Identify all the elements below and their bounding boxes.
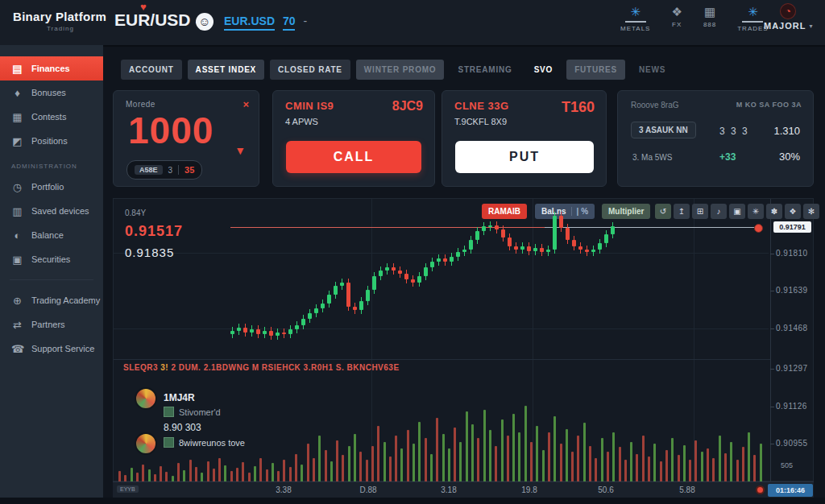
- volume-bar: [425, 438, 427, 482]
- volume-series: [118, 378, 769, 482]
- sidebar-item-portfolio[interactable]: ◷Portfolio: [0, 175, 103, 199]
- put-button[interactable]: PUT: [455, 141, 594, 173]
- stats-pill[interactable]: 3 ASAUK NN: [631, 122, 696, 138]
- candle: [591, 250, 595, 253]
- stats-row1-value: 1.310: [773, 125, 800, 137]
- candle: [469, 240, 473, 249]
- candle: [288, 329, 292, 334]
- candle: [443, 258, 447, 262]
- tool-panel-icon[interactable]: ▣: [729, 204, 745, 219]
- volume-bar: [448, 448, 450, 482]
- sidebar-item-partners[interactable]: ⇄Partners: [0, 312, 103, 337]
- volume-bar: [471, 424, 474, 482]
- tool-refresh-icon[interactable]: ↺: [655, 204, 671, 219]
- pair-link-number: 70: [283, 14, 296, 31]
- pair-link[interactable]: EUR.USD 70 -: [224, 14, 307, 27]
- tool-star-icon[interactable]: ✻: [803, 204, 819, 219]
- time-axis[interactable]: EYYB 3.38D.883.1819.850.65.88 01:16:46: [113, 481, 814, 498]
- stepper-step[interactable]: 35: [184, 165, 194, 175]
- tab-closed-rate[interactable]: Closed Rate: [270, 60, 350, 80]
- candle: [501, 229, 505, 237]
- top-header: Binary Platform Trading ♥ EUR/USD- ☺ EUR…: [0, 0, 825, 47]
- volume-bar: [671, 438, 674, 482]
- candle: [359, 301, 363, 310]
- tab-account[interactable]: Account: [121, 60, 182, 80]
- sidebar-item-saved-devices[interactable]: ▥Saved devices: [0, 199, 103, 223]
- price-axis-label: 0.91126: [776, 402, 807, 411]
- finances-icon: ▤: [11, 63, 23, 75]
- tool-diamond-icon[interactable]: ❖: [785, 204, 801, 219]
- account-menu[interactable]: ◔ MAJORL ▾: [764, 3, 812, 31]
- candle: [353, 307, 357, 310]
- candle: [553, 216, 557, 249]
- sidebar-item-contests[interactable]: ▦Contests: [0, 105, 103, 129]
- volume-bar: [548, 432, 550, 482]
- candle: [385, 267, 389, 271]
- tool-flower-icon[interactable]: ✽: [766, 204, 782, 219]
- volume-bar: [489, 430, 491, 482]
- stepper-mid[interactable]: 3: [168, 166, 173, 175]
- tool-asterisk-icon[interactable]: ✳: [748, 204, 764, 219]
- candle: [540, 248, 544, 253]
- put-card: CLNE 33G T160 T.9CKFL 8X9 PUT: [442, 90, 607, 187]
- volume-bar: [195, 467, 197, 482]
- tab-news[interactable]: News: [631, 60, 674, 80]
- sidebar-item-support-service[interactable]: ☎Support Service: [0, 337, 103, 361]
- sidebar-item-finances[interactable]: ▤Finances: [0, 56, 103, 81]
- candle: [321, 304, 325, 308]
- stepper-currency[interactable]: A58E: [135, 165, 163, 175]
- nav-item-fx[interactable]: ❖FX: [671, 5, 682, 40]
- header-nav: ✳METALS❖FX▦888✳TRADES: [620, 5, 769, 40]
- tab-streaming[interactable]: Streaming: [450, 60, 520, 80]
- amount-stepper[interactable]: A58E 3 35: [126, 160, 202, 180]
- close-icon[interactable]: ×: [243, 98, 249, 110]
- volume-bar: [477, 438, 479, 482]
- sidebar-divider: [10, 279, 93, 280]
- tool-note-icon[interactable]: ♪: [711, 204, 727, 219]
- candle: [508, 238, 512, 246]
- candle: [276, 333, 280, 336]
- sidebar-item-positions[interactable]: ◩Positions: [0, 129, 103, 153]
- nav-item-888[interactable]: ▦888: [703, 5, 716, 40]
- volume-bar: [454, 428, 456, 482]
- volume-bar: [131, 468, 133, 482]
- volume-bar: [430, 454, 433, 482]
- volume-bar: [595, 458, 597, 482]
- pair-selector[interactable]: EUR/USD-: [114, 10, 199, 30]
- tab-asset-index[interactable]: Asset Index: [188, 60, 264, 80]
- candle: [411, 279, 415, 283]
- volume-bar: [566, 429, 568, 482]
- volume-bar: [712, 458, 715, 482]
- sidebar-item-securities[interactable]: ▣Securities: [0, 247, 103, 271]
- decrease-arrow-icon[interactable]: ▼: [234, 144, 246, 157]
- support-service-icon: ☎: [11, 343, 23, 355]
- tab-winter-promo[interactable]: Winter Promo: [356, 60, 445, 80]
- put-value: T160: [562, 99, 595, 116]
- smiley-icon[interactable]: ☺: [196, 13, 214, 31]
- sidebar-item-trading-academy[interactable]: ⊕Trading Academy: [0, 288, 103, 312]
- sidebar-item-label: Bonuses: [31, 88, 66, 97]
- tab-futures[interactable]: Futures: [566, 60, 625, 80]
- account-label: MAJORL: [764, 21, 806, 31]
- candle: [295, 325, 299, 330]
- tab-svo[interactable]: SVO: [526, 60, 562, 80]
- volume-bar: [719, 436, 721, 482]
- pair-link-caret: -: [303, 14, 307, 27]
- tool-arrow-up-icon[interactable]: ↥: [674, 204, 690, 219]
- nav-item-metals[interactable]: ✳METALS: [620, 5, 650, 40]
- amount-value[interactable]: 1000: [128, 109, 214, 152]
- volume-bar: [148, 469, 151, 482]
- tool-grid-icon[interactable]: ⊞: [692, 204, 708, 219]
- candle: [520, 246, 524, 250]
- amount-card: Morede × 1000 ▼ A58E 3 35: [113, 90, 259, 187]
- volume-bar: [583, 423, 586, 482]
- sidebar-item-bonuses[interactable]: ♦Bonuses: [0, 81, 103, 105]
- volume-bar: [177, 463, 180, 482]
- volume-bar: [648, 456, 650, 482]
- chart-overlay-small: 0.84Y: [125, 209, 146, 217]
- candle: [450, 257, 454, 262]
- call-button[interactable]: CALL: [286, 141, 421, 173]
- volume-bar: [560, 444, 562, 482]
- sidebar-item-balance[interactable]: ◐Balance: [0, 223, 103, 247]
- candle: [398, 271, 402, 274]
